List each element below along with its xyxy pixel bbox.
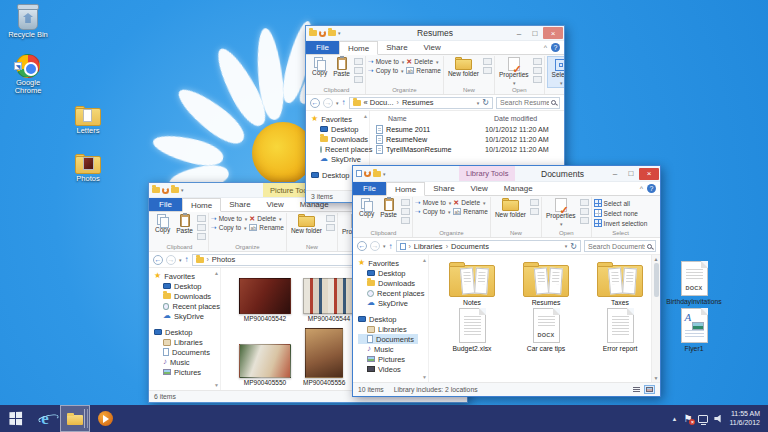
nav-favorites[interactable]: ★Favorites <box>358 258 428 268</box>
maximize-button[interactable]: □ <box>527 27 543 39</box>
quick-access-toolbar[interactable]: ▾ <box>152 187 184 194</box>
nav-desktop-root[interactable]: Desktop <box>154 327 220 337</box>
copy-button[interactable]: Copy <box>357 197 376 219</box>
tab-file[interactable]: File <box>306 41 339 54</box>
tab-manage[interactable]: Manage <box>496 182 541 195</box>
file-item-doc[interactable]: Budget2.xlsx <box>439 308 505 352</box>
nav-documents[interactable]: Documents <box>154 347 220 357</box>
file-item-folder[interactable]: Resumes <box>513 261 579 306</box>
close-button[interactable]: × <box>639 168 659 180</box>
copy-to-button[interactable]: ➝Copy to <box>415 208 452 215</box>
delete-button[interactable]: ✕Delete <box>453 199 488 206</box>
quick-access-toolbar[interactable]: ▾ <box>356 170 386 177</box>
nav-favorites[interactable]: ★Favorites <box>154 271 220 281</box>
tab-file[interactable]: File <box>149 198 182 211</box>
rename-button[interactable]: abRename <box>406 67 441 74</box>
tab-view[interactable]: View <box>259 198 292 211</box>
select-button[interactable]: Select <box>547 56 564 88</box>
minimize-button[interactable]: – <box>511 27 527 39</box>
file-item-folder[interactable]: Notes <box>439 261 505 306</box>
nav-documents-selected[interactable]: Documents <box>358 334 418 344</box>
taskbar-internet-explorer[interactable]: e <box>30 405 60 432</box>
tab-view[interactable]: View <box>463 182 496 195</box>
copy-button[interactable]: Copy <box>310 56 329 78</box>
file-row[interactable]: Resume 2011 10/1/2012 11:20 AM <box>374 124 560 134</box>
taskbar-media-player[interactable] <box>90 405 120 432</box>
vertical-scrollbar[interactable]: ▲ ▼ <box>651 255 660 382</box>
photo-item[interactable]: MP900405542 <box>239 278 291 322</box>
nav-downloads[interactable]: Downloads <box>154 291 220 301</box>
breadcrumb[interactable]: Libraries Documents ▾↻ <box>396 240 581 252</box>
help-icon[interactable]: ? <box>647 184 656 193</box>
nav-scroll-down[interactable]: ▼ <box>214 382 219 388</box>
up-button[interactable]: ↑ <box>342 98 346 107</box>
scrollbar-thumb[interactable] <box>654 263 659 297</box>
delete-button[interactable]: ✕Delete <box>249 215 284 222</box>
nav-pictures[interactable]: Pictures <box>154 367 220 377</box>
new-item-icon[interactable] <box>530 199 539 206</box>
search-input[interactable] <box>588 243 645 250</box>
new-item-icon[interactable] <box>326 215 335 222</box>
invert-selection-button[interactable]: Invert selection <box>594 219 648 227</box>
history-caret-icon[interactable]: ▾ <box>336 100 339 106</box>
new-folder-button[interactable]: New folder <box>289 213 324 236</box>
nav-videos[interactable]: Videos <box>358 364 428 374</box>
history-icon[interactable] <box>533 76 542 83</box>
up-button[interactable]: ↑ <box>389 242 393 251</box>
start-button[interactable] <box>0 405 30 432</box>
help-icon[interactable]: ? <box>551 43 560 52</box>
ribbon-collapse-icon[interactable]: ^ <box>544 44 547 51</box>
back-button[interactable]: ← <box>153 255 163 265</box>
file-item-doc[interactable]: Error report <box>587 308 653 352</box>
move-to-button[interactable]: ➝Move to <box>415 199 452 206</box>
tab-view[interactable]: View <box>416 41 449 54</box>
up-button[interactable]: ↑ <box>185 255 189 264</box>
tab-share[interactable]: Share <box>425 182 462 195</box>
documents-titlebar[interactable]: ▾ Library Tools Documents – □ × <box>353 166 660 182</box>
nav-skydrive[interactable]: ☁SkyDrive <box>358 298 428 308</box>
tab-home[interactable]: Home <box>386 182 425 196</box>
file-item-folder[interactable]: Taxes <box>587 261 653 306</box>
undo-icon[interactable] <box>319 30 326 37</box>
cut-icon[interactable] <box>354 58 363 65</box>
tab-share[interactable]: Share <box>221 198 258 211</box>
copy-button[interactable]: Copy <box>153 213 172 235</box>
paste-button[interactable]: Paste <box>331 56 352 79</box>
search-box[interactable] <box>584 240 656 252</box>
select-all-button[interactable]: Select all <box>594 199 648 207</box>
select-none-button[interactable]: Select none <box>594 209 648 217</box>
photo-item[interactable]: MP900405550 <box>239 344 291 386</box>
nav-pictures[interactable]: Pictures <box>358 354 428 364</box>
new-folder-button[interactable]: New folder <box>493 197 528 220</box>
nav-libraries[interactable]: Libraries <box>358 324 428 334</box>
resumes-titlebar[interactable]: ▾ Resumes – □ × <box>306 26 564 41</box>
volume-icon[interactable] <box>714 415 723 423</box>
history-caret-icon[interactable]: ▾ <box>179 257 182 263</box>
nav-desktop[interactable]: Desktop <box>311 124 369 134</box>
maximize-button[interactable]: □ <box>623 168 639 180</box>
file-item-docx[interactable]: DOCX BirthdayInvitations <box>661 261 727 306</box>
network-icon[interactable] <box>698 415 708 423</box>
cut-icon[interactable] <box>197 215 206 222</box>
crumb-caret-icon[interactable]: ▾ <box>565 243 568 249</box>
nav-scroll-down[interactable]: ▼ <box>422 374 427 380</box>
nav-music[interactable]: ♪Music <box>358 344 428 354</box>
column-name[interactable]: Name <box>388 115 494 122</box>
nav-scroll-up[interactable]: ▲ <box>422 257 427 263</box>
quick-access-toolbar[interactable]: ▾ <box>309 30 341 37</box>
easy-access-icon[interactable] <box>326 224 335 231</box>
show-hidden-icons[interactable]: ▲ <box>671 416 677 422</box>
taskbar-file-explorer[interactable] <box>60 405 90 432</box>
paste-button[interactable]: Paste <box>378 197 399 220</box>
forward-button[interactable]: → <box>370 241 380 251</box>
desktop-icon-recycle-bin[interactable]: Recycle Bin <box>2 6 54 39</box>
paste-shortcut-icon[interactable] <box>401 217 410 224</box>
photo-item[interactable]: MP900405544 <box>303 278 355 322</box>
tab-home[interactable]: Home <box>182 198 221 212</box>
rename-button[interactable]: abRename <box>249 224 284 231</box>
desktop-icon-photos[interactable]: Photos <box>62 154 114 183</box>
undo-icon[interactable] <box>364 170 371 177</box>
qat-caret-icon[interactable]: ▾ <box>181 187 184 193</box>
photo-thumbnail[interactable] <box>239 344 291 378</box>
library-tools-tab[interactable]: Library Tools <box>459 166 515 181</box>
